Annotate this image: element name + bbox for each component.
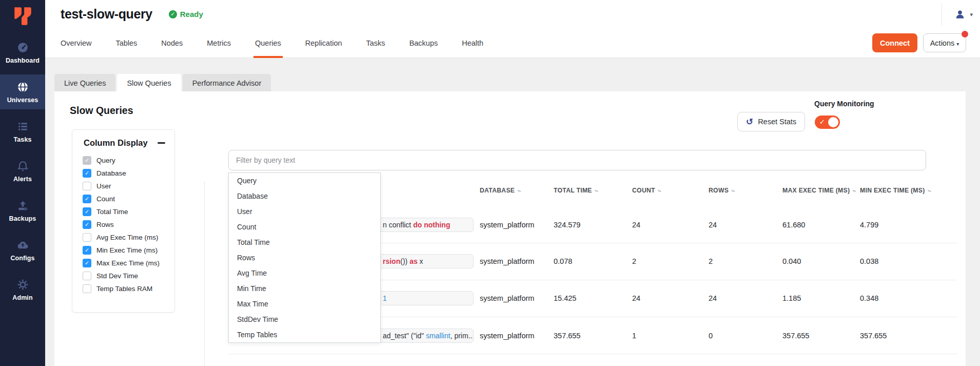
row-separator: [228, 354, 957, 354]
sidebar-item-label: Universes: [7, 97, 38, 104]
dropdown-item-count[interactable]: Count: [229, 219, 380, 235]
query-snippet: n conflict do nothing: [383, 218, 450, 232]
query-fragment: n conflict: [383, 221, 413, 229]
table-row[interactable]: ad_test" ("id" smallint, prim...system_p…: [54, 329, 966, 343]
cell-max-exec-time: 357.655: [782, 329, 809, 343]
admin-icon: [16, 278, 29, 292]
backups-icon: [16, 199, 29, 213]
cell-total-time: 15.425: [554, 291, 576, 305]
sidebar-item-tasks[interactable]: Tasks: [0, 114, 45, 149]
query-snippet: 1: [383, 292, 387, 305]
table-row[interactable]: rsion()) as xsystem_platform0.078220.040…: [54, 254, 966, 268]
chevron-down-icon: ▾: [956, 41, 959, 47]
cell-count: 1: [632, 329, 636, 343]
query-fragment: smallint: [426, 332, 450, 340]
dropdown-item-min-time[interactable]: Min Time: [229, 281, 380, 296]
tab-queries[interactable]: Queries: [255, 28, 281, 58]
query-snippet: ad_test" ("id" smallint, prim...: [383, 329, 474, 342]
query-fragment: , prim...: [450, 332, 474, 340]
dropdown-item-total-time[interactable]: Total Time: [229, 235, 380, 250]
tab-overview[interactable]: Overview: [61, 28, 91, 58]
user-avatar-icon[interactable]: [954, 9, 966, 20]
subtab-slow-queries[interactable]: Slow Queries: [117, 74, 181, 92]
dropdown-item-avg-time[interactable]: Avg Time: [229, 265, 380, 281]
sidebar-item-alerts[interactable]: Alerts: [0, 153, 45, 188]
universe-title: test-slow-query: [61, 7, 152, 22]
sidebar: DashboardUniversesTasksAlertsBackupsConf…: [0, 0, 45, 366]
subtab-live-queries[interactable]: Live Queries: [54, 74, 115, 92]
topbar-title-row: test-slow-query ✓ Ready ▾: [45, 0, 980, 28]
check-circle-icon: ✓: [169, 10, 177, 18]
notification-dot: [962, 31, 968, 37]
query-fragment: ad_test" ("id": [383, 332, 426, 340]
user-menu[interactable]: ▾: [942, 3, 973, 26]
cell-total-time: 324.579: [554, 218, 580, 232]
cell-database: system_platform: [480, 329, 534, 343]
dropdown-item-database[interactable]: Database: [229, 188, 380, 204]
slow-queries-panel: Slow Queries ↺ Reset Stats Query Monitor…: [54, 91, 966, 366]
query-fragment: 1: [383, 294, 387, 302]
connect-button[interactable]: Connect: [872, 33, 917, 52]
sidebar-item-configs[interactable]: Configs: [0, 233, 45, 267]
query-fragment: x: [418, 257, 423, 265]
cell-max-exec-time: 0.040: [782, 254, 801, 268]
dropdown-item-temp-tables[interactable]: Temp Tables: [229, 327, 380, 342]
sidebar-item-admin[interactable]: Admin: [0, 272, 45, 307]
actions-button[interactable]: Actions▾: [923, 33, 966, 52]
cell-min-exec-time: 0.038: [860, 254, 878, 268]
cell-rows: 0: [709, 329, 713, 343]
query-fragment: ()): [400, 257, 409, 265]
sidebar-item-label: Backups: [9, 215, 36, 222]
cell-min-exec-time: 357.655: [860, 329, 887, 343]
cell-count: 24: [632, 218, 640, 232]
app-root: DashboardUniversesTasksAlertsBackupsConf…: [0, 0, 980, 366]
dropdown-item-stddev-time[interactable]: StdDev Time: [229, 312, 380, 327]
actions-label: Actions: [930, 39, 955, 47]
filter-dropdown: QueryDatabaseUserCountTotal TimeRowsAvg …: [228, 172, 381, 343]
table-row[interactable]: n conflict do nothingsystem_platform324.…: [54, 218, 966, 232]
cell-database: system_platform: [480, 254, 534, 268]
yugabyte-logo-icon[interactable]: [0, 0, 45, 33]
sidebar-item-label: Tasks: [13, 136, 31, 143]
alerts-icon: [16, 160, 29, 173]
dropdown-item-user[interactable]: User: [229, 204, 380, 219]
dropdown-item-query[interactable]: Query: [229, 173, 380, 188]
table-row[interactable]: 1system_platform15.42524241.1850.348: [54, 291, 966, 305]
status-badge: ✓ Ready: [169, 10, 203, 18]
configs-icon: [16, 239, 29, 252]
query-fragment: do nothing: [413, 221, 450, 229]
dropdown-item-rows[interactable]: Rows: [229, 250, 380, 265]
sidebar-item-dashboard[interactable]: Dashboard: [0, 35, 45, 70]
tab-backups[interactable]: Backups: [409, 28, 438, 58]
query-subtabs: Live QueriesSlow QueriesPerformance Advi…: [54, 74, 272, 92]
topbar-tabs-row: OverviewTablesNodesMetricsQueriesReplica…: [45, 28, 980, 58]
subtab-performance-advisor[interactable]: Performance Advisor: [183, 74, 271, 92]
yugabyte-y-mark: [12, 6, 33, 27]
tab-tasks[interactable]: Tasks: [366, 28, 385, 58]
tab-tables[interactable]: Tables: [115, 28, 137, 58]
cell-min-exec-time: 0.348: [860, 291, 878, 305]
tab-metrics[interactable]: Metrics: [207, 28, 231, 58]
tab-replication[interactable]: Replication: [305, 28, 342, 58]
cell-total-time: 0.078: [554, 254, 572, 268]
cell-rows: 24: [709, 218, 717, 232]
query-snippet: rsion()) as x: [383, 255, 423, 268]
query-fragment: as: [409, 257, 418, 265]
dashboard-icon: [16, 41, 29, 54]
chevron-down-icon: ▾: [970, 11, 973, 18]
tab-health[interactable]: Health: [462, 28, 483, 58]
sidebar-item-universes[interactable]: Universes: [0, 74, 45, 109]
sidebar-item-backups[interactable]: Backups: [0, 193, 45, 228]
status-label: Ready: [180, 10, 203, 18]
sidebar-item-label: Configs: [10, 255, 34, 262]
cell-max-exec-time: 1.185: [782, 291, 801, 305]
cell-min-exec-time: 4.799: [860, 218, 878, 232]
cell-rows: 2: [709, 254, 713, 268]
sidebar-item-label: Alerts: [13, 176, 32, 183]
cell-total-time: 357.655: [554, 329, 580, 343]
universes-icon: [16, 81, 29, 94]
sidebar-item-label: Dashboard: [6, 57, 40, 64]
universe-tabs: OverviewTablesNodesMetricsQueriesReplica…: [61, 28, 483, 58]
dropdown-item-max-time[interactable]: Max Time: [229, 296, 380, 312]
tab-nodes[interactable]: Nodes: [161, 28, 183, 58]
